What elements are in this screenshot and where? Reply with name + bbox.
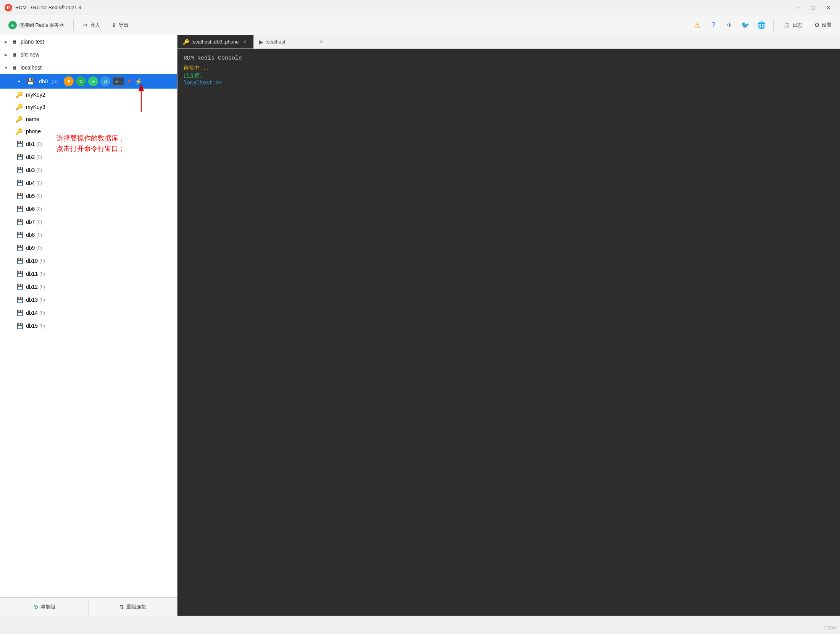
db4-label: db4 [26, 180, 35, 186]
db3-label: db3 [26, 167, 35, 173]
db-icon-db14: 💾 [15, 309, 24, 317]
help-icon-btn[interactable]: ? [707, 19, 720, 32]
app-icon: R [5, 4, 12, 11]
tab-phone-close[interactable]: ✕ [241, 39, 248, 45]
toolbar-separator-1 [73, 19, 74, 31]
db-icon-db9: 💾 [15, 244, 24, 252]
db-icon-db7: 💾 [15, 218, 24, 226]
filter-btn[interactable]: ▼ [64, 76, 74, 86]
reconnect-button[interactable]: ⇅ 重组连接 [89, 598, 177, 616]
log-button[interactable]: 📋 日志 [779, 19, 807, 31]
reload-btn[interactable]: ↺ [100, 76, 110, 86]
sidebar-item-db11[interactable]: 💾 db11 (0) [0, 267, 177, 280]
settings-button[interactable]: ⚙ 设置 [810, 19, 836, 31]
warning-icon: ⚠ [694, 21, 700, 29]
db0-container: 💾 db0 (4) ▼ ↻ + ↺ ▶_ ▼ ⚡ [0, 74, 177, 137]
tab-phone-label: localhost::db0::phone [192, 39, 239, 45]
localhost-label: localhost [21, 65, 42, 71]
telegram-icon-btn[interactable]: ✈ [723, 19, 736, 32]
sidebar-item-db14[interactable]: 💾 db14 (0) [0, 306, 177, 319]
annotation-text-container: 选择要操作的数据库， 点击打开命令行窗口； [56, 133, 125, 154]
db15-count: (0) [39, 323, 45, 328]
sidebar-item-db13[interactable]: 💾 db13 (0) [0, 293, 177, 306]
minimize-button[interactable]: ─ [791, 2, 805, 13]
sidebar-item-db10[interactable]: 💾 db10 (0) [0, 254, 177, 267]
tab-localhost-close[interactable]: ✕ [318, 39, 324, 45]
annotation-container [118, 78, 164, 117]
warning-icon-btn[interactable]: ⚠ [691, 19, 704, 32]
toggle-sht-new [3, 53, 9, 57]
main-layout: 🖥 piano-test 🖥 sht-new 🖥 localhost [0, 35, 840, 616]
console-connecting: 连接中... [184, 65, 834, 71]
title-bar: R RDM - GUI for Redis® 2021.3 ─ □ ✕ [0, 0, 840, 15]
db10-label: db10 [26, 258, 38, 264]
db0-icon: 💾 [26, 78, 35, 85]
db3-count: (0) [36, 167, 42, 173]
sidebar-item-db6[interactable]: 💾 db6 (0) [0, 202, 177, 215]
toggle-db0 [16, 79, 22, 84]
db-icon-db5: 💾 [15, 192, 24, 200]
db9-label: db9 [26, 245, 35, 251]
key-icon-myKey3: 🔑 [15, 104, 23, 111]
toggle-piano-test [3, 40, 9, 44]
export-button[interactable]: ⇓ 导出 [107, 19, 133, 31]
db6-count: (0) [36, 206, 42, 212]
db-icon-db6: 💾 [15, 205, 24, 213]
db8-label: db8 [26, 232, 35, 238]
window-controls: ─ □ ✕ [791, 2, 835, 13]
connect-icon: + [8, 21, 17, 29]
sidebar-item-db3[interactable]: 💾 db3 (0) [0, 163, 177, 176]
db4-count: (0) [36, 180, 42, 186]
sidebar-item-db15[interactable]: 💾 db15 (0) [0, 319, 177, 332]
close-button[interactable]: ✕ [822, 2, 835, 13]
reconnect-icon: ⇅ [119, 604, 124, 610]
tab-phone[interactable]: 🔑 localhost::db0::phone ✕ [177, 35, 254, 49]
add-group-button[interactable]: ⊕ 添加组 [0, 598, 89, 616]
console-prompt[interactable]: localhost:0> [184, 80, 834, 86]
db2-count: (0) [36, 154, 42, 160]
sidebar-item-piano-test[interactable]: 🖥 piano-test [0, 35, 177, 48]
sidebar-item-sht-new[interactable]: 🖥 sht-new [0, 48, 177, 61]
globe-icon: 🌐 [757, 21, 766, 29]
settings-icon: ⚙ [814, 22, 819, 29]
console-output: RDM Redis Console 连接中... 已连接。 localhost:… [177, 49, 840, 616]
add-key-btn[interactable]: + [88, 76, 98, 86]
tab-localhost[interactable]: ▶ localhost ✕ [254, 35, 330, 49]
telegram-icon: ✈ [727, 21, 732, 29]
tab-localhost-label: localhost [266, 39, 285, 45]
db14-label: db14 [26, 310, 38, 316]
help-icon: ? [711, 21, 715, 29]
db-icon-db4: 💾 [15, 179, 24, 187]
maximize-button[interactable]: □ [806, 2, 820, 13]
app-title: RDM - GUI for Redis® 2021.3 [15, 5, 81, 10]
import-button[interactable]: ⇒ 导入 [78, 19, 105, 31]
db-list: 💾 db1 (0) 💾 db2 (0) 💾 db3 (0) 💾 db4 (0) … [0, 137, 177, 332]
sidebar-item-localhost[interactable]: 🖥 localhost [0, 61, 177, 74]
title-bar-left: R RDM - GUI for Redis® 2021.3 [5, 4, 81, 11]
key-icon-phone: 🔑 [15, 128, 23, 135]
sidebar-item-db8[interactable]: 💾 db8 (0) [0, 228, 177, 241]
twitter-icon-btn[interactable]: 🐦 [739, 19, 752, 32]
globe-icon-btn[interactable]: 🌐 [755, 19, 768, 32]
db1-count: (0) [36, 141, 42, 147]
db-icon-db3: 💾 [15, 166, 24, 174]
db14-count: (0) [39, 310, 45, 315]
sht-new-label: sht-new [21, 52, 39, 58]
tab-bar: 🔑 localhost::db0::phone ✕ ▶ localhost ✕ [177, 35, 840, 49]
sidebar-item-db9[interactable]: 💾 db9 (0) [0, 241, 177, 254]
db15-label: db15 [26, 323, 38, 329]
db7-count: (0) [36, 219, 42, 225]
console-connected: 已连接。 [184, 72, 834, 79]
refresh-btn[interactable]: ↻ [76, 76, 86, 86]
sidebar-item-db7[interactable]: 💾 db7 (0) [0, 215, 177, 228]
sidebar-item-db4[interactable]: 💾 db4 (0) [0, 176, 177, 189]
sidebar-item-db5[interactable]: 💾 db5 (0) [0, 189, 177, 202]
db1-label: db1 [26, 141, 35, 147]
sidebar-footer: ⊕ 添加组 ⇅ 重组连接 [0, 597, 177, 616]
watermark: CSDN [824, 626, 836, 630]
sidebar-item-db12[interactable]: 💾 db12 (0) [0, 280, 177, 293]
db11-label: db11 [26, 271, 38, 277]
main-toolbar: + 连接到 Redis 服务器 ⇒ 导入 ⇓ 导出 ⚠ ? ✈ 🐦 🌐 📋 日志 [0, 15, 840, 35]
connect-button[interactable]: + 连接到 Redis 服务器 [4, 19, 69, 32]
db-icon-db1: 💾 [15, 140, 24, 148]
